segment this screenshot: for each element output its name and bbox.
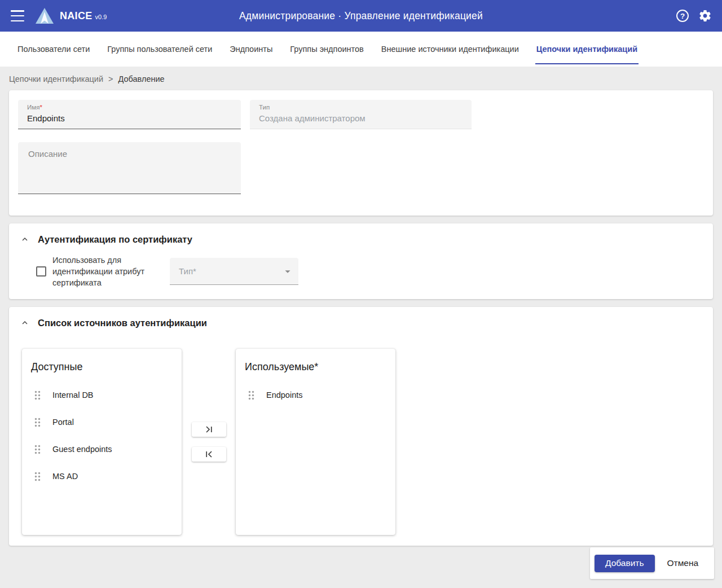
list-item-label: Internal DB [52, 390, 94, 400]
brand: NAICE v0.9 [60, 10, 107, 22]
available-list-title: Доступные [31, 361, 173, 373]
tab-bar: Пользователи сети Группы пользователей с… [0, 32, 722, 67]
drag-handle-icon[interactable] [248, 390, 254, 400]
product-name: NAICE [60, 10, 93, 22]
move-all-right-button[interactable] [192, 422, 226, 437]
list-item[interactable]: Guest endpoints [22, 436, 182, 463]
tab-endpoint-groups[interactable]: Группы эндпоинтов [290, 32, 363, 67]
type-field-label: Тип [259, 104, 463, 111]
list-item[interactable]: Endpoints [236, 381, 395, 409]
list-item-label: Guest endpoints [52, 445, 112, 454]
type-field: Тип [250, 100, 472, 129]
drag-handle-icon[interactable] [34, 472, 41, 481]
used-sources-list: Используемые* Endpoints [236, 349, 395, 535]
move-right-icon [205, 426, 213, 433]
type-input [259, 111, 463, 123]
drag-handle-icon[interactable] [34, 418, 41, 427]
cancel-button[interactable]: Отмена [667, 558, 699, 568]
chevron-up-icon [20, 318, 30, 328]
help-button[interactable]: ? [676, 10, 689, 22]
list-item-label: Portal [52, 418, 74, 427]
sources-section-title: Список источников аутентификации [38, 318, 207, 328]
list-item-label: Endpoints [266, 390, 303, 400]
breadcrumb-parent-link[interactable]: Цепочки идентификаций [9, 74, 103, 85]
app-bar-actions: ? [676, 9, 712, 23]
required-asterisk: * [39, 104, 42, 111]
naice-logo [35, 7, 54, 24]
menu-button[interactable] [10, 9, 25, 23]
tab-external-identity-sources[interactable]: Внешние источники идентификации [381, 32, 519, 67]
settings-button[interactable] [698, 9, 712, 23]
tab-endpoints[interactable]: Эндпоинты [230, 32, 272, 67]
name-field: Имя* [18, 100, 241, 129]
hamburger-icon [11, 10, 24, 12]
move-left-icon [205, 451, 213, 458]
transfer-controls [182, 349, 236, 535]
tab-identity-chains[interactable]: Цепочки идентификаций [536, 32, 637, 67]
product-version: v0.9 [95, 14, 107, 20]
chevron-up-icon [20, 234, 30, 244]
tab-network-user-groups[interactable]: Группы пользователей сети [107, 32, 212, 67]
certificate-attribute-checkbox[interactable] [36, 266, 46, 277]
breadcrumb-current: Добавление [118, 74, 165, 85]
name-field-label: Имя* [27, 104, 232, 111]
app-bar: NAICE v0.9 Администрирование · Управлени… [0, 0, 722, 32]
used-list-title: Используемые* [245, 361, 386, 373]
breadcrumb: Цепочки идентификаций > Добавление [0, 67, 722, 90]
action-bar: Добавить Отмена [590, 547, 714, 579]
drag-handle-icon[interactable] [34, 445, 41, 454]
general-form-card: Имя* Тип [9, 90, 713, 216]
certificate-section-collapse-button[interactable] [18, 232, 32, 246]
list-item[interactable]: Internal DB [22, 381, 182, 409]
available-sources-list: Доступные Internal DB Portal Guest endpo… [22, 349, 182, 535]
certificate-type-select: Тип* [170, 258, 298, 285]
page-title: Администрирование · Управление идентифик… [239, 10, 483, 22]
list-item[interactable]: Portal [22, 409, 182, 436]
move-all-left-button[interactable] [192, 447, 226, 462]
help-icon: ? [680, 12, 685, 20]
breadcrumb-separator: > [108, 74, 113, 85]
name-input[interactable] [27, 111, 232, 123]
certificate-type-select-label: Тип* [179, 266, 281, 276]
description-field [18, 142, 241, 194]
list-item-label: MS AD [52, 472, 78, 481]
description-textarea[interactable] [27, 148, 232, 188]
sources-section-collapse-button[interactable] [18, 316, 32, 330]
certificate-auth-card: Аутентификация по сертификату Использова… [9, 223, 713, 299]
gear-icon [698, 9, 712, 23]
list-item[interactable]: MS AD [22, 463, 182, 490]
submit-button[interactable]: Добавить [595, 555, 655, 572]
tab-network-users[interactable]: Пользователи сети [17, 32, 90, 67]
chevron-down-icon [281, 265, 294, 278]
auth-sources-card: Список источников аутентификации Доступн… [9, 307, 713, 546]
certificate-section-title: Аутентификация по сертификату [38, 234, 192, 245]
drag-handle-icon[interactable] [34, 390, 41, 400]
certificate-checkbox-label: Использовать для идентификации атрибут с… [52, 254, 161, 288]
